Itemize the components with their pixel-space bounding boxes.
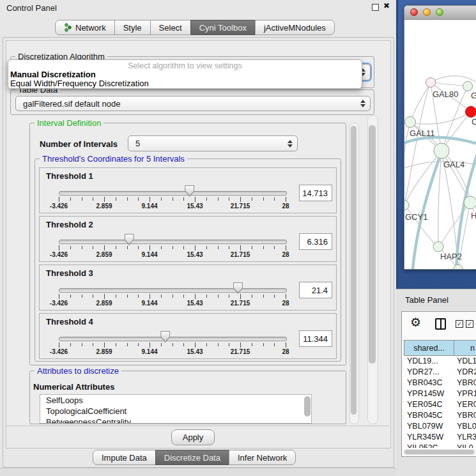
cell-name: YDR2: [454, 367, 476, 378]
table-row[interactable]: YBR043CYBR0: [404, 378, 476, 388]
close-icon[interactable]: ✖: [383, 1, 390, 10]
right-panel: GAL80GAGAL11CGAL4GCY1HHAP2 Table Panel ⚙…: [396, 0, 476, 476]
tab-select[interactable]: Select: [150, 20, 191, 35]
tick-label: 2.859: [96, 348, 112, 355]
table-data-combobox[interactable]: galFiltered.sif default node: [15, 96, 371, 111]
column-header-shared-name[interactable]: shared...: [404, 340, 454, 356]
panel-title: Control Panel: [6, 3, 57, 13]
tick-label: 28: [282, 348, 289, 355]
list-item[interactable]: TopologicalCoefficient: [40, 406, 311, 417]
list-item[interactable]: SelfLoops: [40, 395, 311, 406]
table-row[interactable]: YER054CYER0: [404, 399, 476, 410]
network-edge[interactable]: [404, 82, 431, 211]
panel-scrollbar[interactable]: [367, 115, 378, 424]
tick-label: 9.144: [141, 348, 157, 355]
network-icon: [64, 23, 72, 32]
node-label: HAP2: [440, 252, 462, 261]
network-edge[interactable]: [431, 82, 468, 86]
group-title: Interval Definition: [35, 118, 104, 128]
slider-thumb-zone: [59, 282, 286, 295]
checkbox-icon[interactable]: ✓: [466, 320, 473, 328]
list-item[interactable]: BetweennessCentrality: [40, 417, 311, 424]
table-row[interactable]: YPR145WYPR1: [404, 388, 476, 399]
dropdown-option-manual[interactable]: Manual Discretization: [10, 70, 96, 79]
threshold-label: Threshold 2: [46, 220, 93, 229]
algorithm-dropdown-popup: Select algorithm to view settings Manual…: [8, 59, 362, 89]
attributes-listbox[interactable]: SelfLoopsTopologicalCoefficientBetweenne…: [40, 394, 312, 424]
table-hscrollbar[interactable]: [404, 449, 475, 455]
tick-label: 21.715: [231, 203, 250, 210]
node-label: GCY1: [405, 212, 427, 222]
group-thresholds: Threshold's Coordinates for 5 Intervals …: [35, 158, 341, 362]
slider-thumb[interactable]: [125, 234, 134, 245]
threshold-value-field[interactable]: 11.344: [299, 330, 332, 347]
network-canvas[interactable]: GAL80GAGAL11CGAL4GCY1HHAP2: [404, 20, 476, 269]
threshold-value-field[interactable]: 6.316: [299, 233, 332, 250]
top-tab-bar: NetworkStyleSelectCyni ToolboxjActiveMNo…: [55, 20, 335, 35]
tab-label: Infer Network: [238, 453, 287, 463]
threshold-value-field[interactable]: 21.4: [299, 282, 332, 298]
list-scrollbar[interactable]: [304, 396, 311, 417]
settings-scrollbar[interactable]: [349, 123, 359, 424]
apply-button[interactable]: Apply: [171, 429, 215, 445]
table-row[interactable]: YDL19...YDL1: [404, 356, 476, 367]
slider-thumb[interactable]: [233, 282, 243, 294]
group-title: Threshold's Coordinates for 5 Intervals: [40, 154, 187, 164]
tab-cyni-toolbox[interactable]: Cyni Toolbox: [190, 20, 256, 35]
tab-impute-data[interactable]: Impute Data: [93, 450, 156, 465]
tab-label: Select: [159, 23, 182, 33]
tick-label: 21.715: [231, 348, 250, 355]
cell-shared-name: YBL079W: [404, 421, 454, 432]
checkbox-icon[interactable]: ✓: [456, 320, 463, 328]
combo-arrows-icon: [360, 100, 365, 107]
zoom-traffic-light-icon[interactable]: [436, 8, 443, 16]
network-node-gal80[interactable]: [426, 78, 436, 88]
tab-infer-network[interactable]: Infer Network: [229, 450, 296, 465]
network-node-gal11[interactable]: [405, 117, 416, 128]
network-edge[interactable]: [410, 82, 431, 122]
tab-discretize-data[interactable]: Discretize Data: [155, 450, 229, 465]
network-node-gal4[interactable]: [434, 143, 449, 158]
column-header-name[interactable]: n: [454, 340, 476, 356]
network-node-h[interactable]: [464, 196, 476, 209]
network-node-gcy1[interactable]: [404, 200, 409, 210]
table-panel-title: Table Panel: [405, 295, 449, 305]
close-traffic-light-icon[interactable]: [410, 8, 418, 16]
node-label: GAL4: [443, 160, 464, 169]
table-row[interactable]: YLR345WYLR3: [404, 432, 476, 443]
slider-thumb[interactable]: [160, 331, 170, 342]
network-node[interactable]: [463, 82, 473, 91]
tab-network[interactable]: Network: [55, 20, 115, 35]
control-panel: Control Panel ✖ NetworkStyleSelectCyni T…: [0, 0, 396, 468]
float-icon[interactable]: [372, 4, 379, 11]
cell-name: YLR3: [454, 432, 476, 443]
cell-name: YER0: [454, 399, 476, 410]
num-intervals-combobox[interactable]: 5: [128, 135, 298, 151]
network-window[interactable]: GAL80GAGAL11CGAL4GCY1HHAP2: [404, 5, 476, 270]
tab-label: Network: [75, 23, 106, 33]
column-layout-icon[interactable]: [435, 318, 446, 330]
dropdown-placeholder: Select algorithm to view settings: [8, 61, 362, 70]
threshold-label: Threshold 1: [46, 171, 93, 181]
network-edge[interactable]: [405, 151, 441, 204]
minimize-traffic-light-icon[interactable]: [423, 8, 431, 16]
threshold-value-field[interactable]: 14.713: [299, 185, 332, 201]
network-node[interactable]: [466, 107, 476, 118]
table-row[interactable]: YIL052CYIL0: [404, 443, 476, 448]
tick-label: 15.43: [187, 203, 203, 210]
slider-thumb[interactable]: [185, 185, 194, 197]
table-row[interactable]: YBR045CYBR0: [404, 410, 476, 421]
tick-label: 9.144: [141, 300, 157, 307]
table-header: shared...n: [404, 340, 476, 356]
network-edge[interactable]: [438, 151, 441, 247]
tab-jactivemnodules[interactable]: jActiveMNodules: [255, 20, 335, 35]
tab-style[interactable]: Style: [114, 20, 151, 35]
network-window-titlebar[interactable]: [404, 6, 476, 20]
dropdown-option-equal-width[interactable]: Equal Width/Frequency Discretization: [10, 79, 149, 88]
numerical-attributes-label: Numerical Attributes: [33, 382, 114, 392]
table-row[interactable]: YBL079WYBL0: [404, 421, 476, 432]
network-node-hap2[interactable]: [433, 242, 443, 252]
table-row[interactable]: YDR27...YDR2: [404, 367, 476, 378]
gear-icon[interactable]: ⚙: [410, 315, 421, 329]
network-edge[interactable]: [410, 112, 471, 124]
